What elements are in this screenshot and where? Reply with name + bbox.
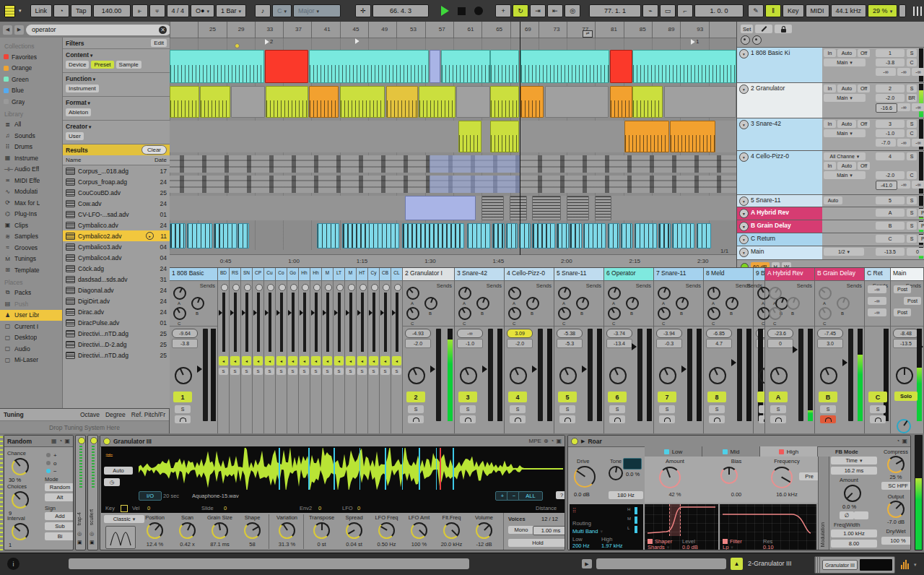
- track-name[interactable]: ▾C Return: [737, 233, 822, 246]
- sidebar-item-midi-effe[interactable]: ≖MIDI Effe: [0, 175, 62, 186]
- monitor-off-button[interactable]: Off: [858, 49, 870, 57]
- pad-pan-knob[interactable]: [383, 284, 390, 291]
- arrangement-track-row[interactable]: [170, 49, 736, 84]
- send-c-knob[interactable]: [819, 307, 832, 320]
- track-activator[interactable]: C: [868, 392, 887, 402]
- track-activator[interactable]: 3: [876, 120, 905, 128]
- pan-knob[interactable]: [820, 367, 837, 384]
- pad-fader-handle[interactable]: [380, 310, 384, 316]
- fb-on-button[interactable]: [854, 511, 868, 519]
- fb-width-field[interactable]: 8.00: [831, 540, 877, 548]
- sidebar-item-all[interactable]: ≣All: [0, 119, 62, 131]
- sidebar-item-modulati[interactable]: ∿Modulati: [0, 186, 62, 198]
- cue-button[interactable]: [759, 415, 764, 423]
- mixer-track-title[interactable]: 6 Operator: [604, 268, 653, 281]
- drum-pad-channel[interactable]: Hh◂S: [299, 268, 310, 433]
- loop-toggle-icon[interactable]: ↻: [513, 4, 528, 17]
- sidebar-item-mi-laser[interactable]: ▢Mi-Laser: [0, 355, 62, 366]
- browser-back-icon[interactable]: ◀: [3, 25, 12, 35]
- drum-pad-channel[interactable]: M◂S: [322, 268, 334, 433]
- drum-pad-channel[interactable]: Cu◂S: [264, 268, 276, 433]
- pad-activator[interactable]: ◂: [265, 356, 274, 366]
- clip[interactable]: [231, 86, 265, 118]
- clip[interactable]: [402, 223, 464, 248]
- midi-map-button[interactable]: MIDI: [806, 4, 829, 17]
- clip[interactable]: [621, 223, 632, 248]
- output-routing-menu[interactable]: 1/2: [824, 248, 864, 256]
- filter-group-label[interactable]: Format: [66, 99, 167, 106]
- pad-fader-track[interactable]: [372, 293, 375, 352]
- clip[interactable]: [658, 223, 670, 248]
- knob-position[interactable]: [147, 522, 163, 539]
- cue-button[interactable]: [175, 415, 191, 423]
- peak-level-field[interactable]: -7.45: [817, 329, 843, 338]
- mixer-track-title[interactable]: 1 808 Basic: [170, 268, 217, 281]
- clip[interactable]: [632, 86, 663, 118]
- device-play-icon[interactable]: ▶: [581, 438, 585, 444]
- volume-fader-handle[interactable]: [482, 366, 487, 373]
- send-c-knob[interactable]: [658, 307, 671, 320]
- pad-activator[interactable]: ◂: [288, 356, 297, 366]
- knob-shape[interactable]: [244, 522, 261, 539]
- punch-in-icon[interactable]: ⇥: [530, 4, 546, 17]
- send-a-knob[interactable]: [819, 287, 832, 300]
- nudge-down-icon[interactable]: ⫦: [132, 4, 148, 17]
- pad-fader-handle[interactable]: [253, 310, 257, 316]
- pad-solo-button[interactable]: S: [242, 368, 251, 375]
- volume-fader-handle[interactable]: [681, 366, 687, 373]
- pad-activator[interactable]: ◂: [369, 356, 378, 366]
- filter-group-label[interactable]: Content: [66, 51, 167, 59]
- pad-pan-knob[interactable]: [348, 284, 355, 291]
- drum-pad-channel[interactable]: Cy◂S: [368, 268, 380, 433]
- device-activator-led[interactable]: [103, 438, 110, 445]
- clip[interactable]: [309, 50, 429, 83]
- clip[interactable]: [610, 50, 632, 83]
- volume-field[interactable]: -13.4: [606, 339, 632, 348]
- drum-pad-channel[interactable]: BD◂S: [218, 268, 230, 433]
- chance-knob[interactable]: [12, 458, 29, 475]
- mod-param-value[interactable]: 0: [147, 505, 150, 511]
- volume-field[interactable]: -13.5: [893, 339, 919, 348]
- send-c-knob[interactable]: [508, 307, 521, 320]
- pad-fader-track[interactable]: [396, 293, 398, 352]
- grain-envelope-icon[interactable]: [105, 526, 136, 549]
- send-b-knob[interactable]: [725, 297, 738, 310]
- send-a-knob[interactable]: [508, 287, 521, 300]
- device-chain-overview[interactable]: Granulator III: [814, 556, 895, 574]
- compress-knob[interactable]: [887, 456, 905, 473]
- sidebar-item-max-for-l[interactable]: ⟳Max for L: [0, 197, 62, 209]
- pad-activator[interactable]: ◂: [311, 356, 321, 366]
- pan-knob[interactable]: [609, 367, 627, 384]
- knob-lfo-amt[interactable]: [411, 522, 427, 539]
- pad-activator[interactable]: ◂: [300, 356, 309, 366]
- clip[interactable]: [265, 50, 308, 83]
- height-button[interactable]: H: [772, 262, 780, 267]
- pad-fader-handle[interactable]: [300, 310, 303, 316]
- monitor-auto-button[interactable]: Auto: [837, 162, 856, 170]
- mono-button[interactable]: Mono: [508, 526, 534, 534]
- cue-button[interactable]: [820, 415, 836, 423]
- solo-button[interactable]: S: [907, 222, 917, 230]
- track-activator[interactable]: 7: [658, 392, 676, 402]
- volume-fader-handle[interactable]: [731, 359, 736, 366]
- polarity-option[interactable]: −: [46, 467, 68, 475]
- solo-button[interactable]: S: [510, 405, 526, 413]
- clip[interactable]: [520, 50, 609, 83]
- clip[interactable]: [405, 196, 476, 220]
- track-header-row[interactable]: ▾2 GranulatorInAutoOff2SMain-2.0BR-16.6-…: [737, 82, 924, 118]
- waveform-display[interactable]: [139, 448, 563, 490]
- arrangement-track-row[interactable]: [170, 195, 736, 221]
- peak-level-field[interactable]: -23.6: [767, 329, 793, 338]
- monitor-auto-button[interactable]: Auto: [824, 196, 842, 204]
- mod-param-value[interactable]: 0: [318, 505, 321, 511]
- pad-solo-button[interactable]: S: [392, 368, 401, 375]
- send-b-field[interactable]: -∞: [897, 181, 910, 189]
- pad-fader-track[interactable]: [245, 293, 248, 352]
- pad-fader-track[interactable]: [269, 293, 271, 352]
- sidebar-item-audio[interactable]: ▢Audio: [0, 343, 62, 355]
- clip[interactable]: [610, 86, 632, 118]
- cue-button[interactable]: [609, 415, 625, 423]
- cue-button[interactable]: [870, 415, 886, 423]
- monitor-in-button[interactable]: In: [824, 85, 836, 92]
- volume-fader-handle[interactable]: [197, 366, 202, 373]
